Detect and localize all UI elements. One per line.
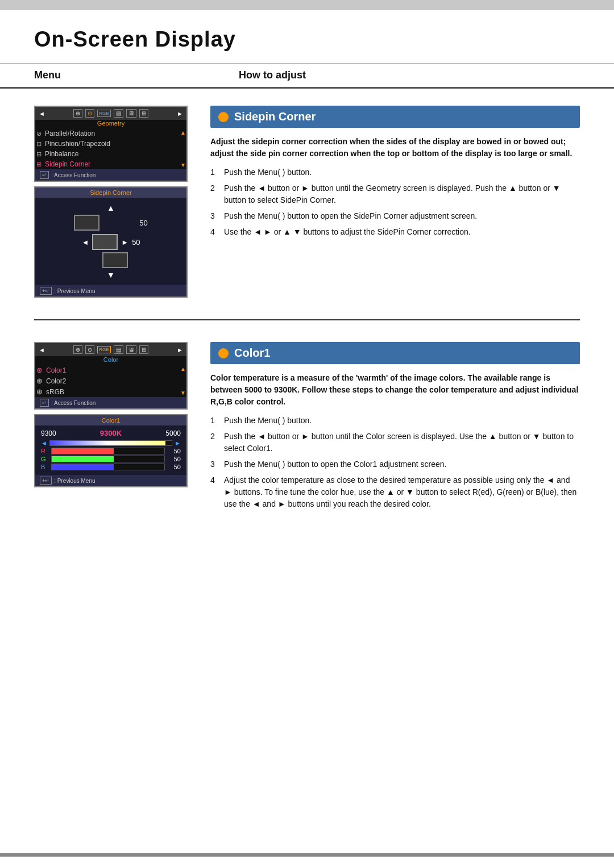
move-icon: ⊕ xyxy=(73,109,82,118)
sidepin-dot xyxy=(218,112,229,122)
r-label: R xyxy=(41,448,49,454)
sidepin-right-arrow: ► xyxy=(121,238,128,247)
menu-column-header: Menu xyxy=(34,69,216,81)
sidepin-label: Sidepin Corner xyxy=(45,160,90,168)
color1-step-3: 3 Push the Menu( ) button to open the Co… xyxy=(210,458,580,470)
prev-icon: +↵ xyxy=(40,287,52,295)
osd-item-pincushion: ⊡ Pincushion/Trapezoid xyxy=(35,139,180,149)
color-scroll-col: ▲ ▼ xyxy=(180,365,186,397)
color1-circle-icon: ⊛ xyxy=(36,366,43,374)
g-label: G xyxy=(41,456,49,462)
grid-icon: ⊞ xyxy=(139,109,148,118)
sidepin-header: Sidepin Corner xyxy=(210,106,580,128)
sidepin-bottom-arrow: ▼ xyxy=(107,270,115,279)
color1-step-num-3: 3 xyxy=(210,458,219,470)
page-wrapper: On-Screen Display Menu How to adjust ◄ ⊕… xyxy=(0,0,614,868)
step-num-1: 1 xyxy=(210,166,219,178)
color1-prev-label: : Previous Menu xyxy=(54,478,95,484)
monitor-icon: 🖥 xyxy=(126,109,136,118)
color-item-color1: ⊛ Color1 xyxy=(35,365,180,375)
color1-header: Color1 xyxy=(210,342,580,364)
r-bar-row: R 50 xyxy=(41,448,181,454)
osd-item-sidepin: ⊞ Sidepin Corner xyxy=(35,159,180,169)
step-num-2: 2 xyxy=(210,182,219,206)
color1-instructions: Color1 Color temperature is a measure of… xyxy=(210,342,580,514)
sidepin-osd-column: ◄ ⊕ ⊙ RGB ▤ 🖥 ⊞ ► Geometry ⊘ xyxy=(34,106,193,298)
sidepin-main-menu: ◄ ⊕ ⊙ RGB ▤ 🖥 ⊞ ► Geometry ⊘ xyxy=(34,106,188,182)
osd-top-bar: ◄ ⊕ ⊙ RGB ▤ 🖥 ⊞ ► xyxy=(35,107,186,120)
color1-dot xyxy=(218,348,229,358)
sidepin-top-arrow: ▲ xyxy=(107,203,115,212)
pinbalance-icon: ⊟ xyxy=(36,151,42,158)
temp-slider-row: ◄ ► xyxy=(41,440,181,446)
color-nav-right-icon: ► xyxy=(177,347,183,353)
color-bars-icon: ▤ xyxy=(114,345,123,354)
sidepin-val2: 50 xyxy=(132,238,140,247)
color1-step-text-2: Push the ◄ button or ► button until the … xyxy=(224,431,580,454)
color-nav-left-icon: ◄ xyxy=(39,347,45,353)
sidepin-icon: ⊞ xyxy=(36,161,42,168)
pincushion-label: Pincushion/Trapezoid xyxy=(45,140,110,148)
bottom-bar xyxy=(0,853,614,857)
scroll-up-icon: ▲ xyxy=(180,130,186,136)
sidepin-sub-menu: Sidepin Corner ▲ 50 xyxy=(34,186,188,298)
color-osd-icons: ⊕ ⊙ RGB ▤ 🖥 ⊞ xyxy=(73,345,148,354)
color1-step-num-4: 4 xyxy=(210,474,219,510)
color1-step-num-1: 1 xyxy=(210,415,219,427)
g-bar-row: G 50 xyxy=(41,456,181,462)
color1-prev-menu: +↵ : Previous Menu xyxy=(35,475,186,486)
color1-step-1: 1 Push the Menu( ) button. xyxy=(210,415,580,427)
temp-arrow-right: ► xyxy=(175,440,181,446)
b-value: 50 xyxy=(167,464,181,470)
sidepin-step-2: 2 Push the ◄ button or ► button until th… xyxy=(210,182,580,206)
srgb-circle-icon: ⊛ xyxy=(36,387,43,396)
color1-step-text-4: Adjust the color temperature as close to… xyxy=(224,474,580,510)
prev-label: : Previous Menu xyxy=(54,288,95,294)
color1-header-text: Color1 xyxy=(234,347,270,360)
step-text-1: Push the Menu( ) button. xyxy=(224,166,312,178)
color1-label: Color1 xyxy=(46,366,66,374)
sidepin-diagram: ▲ 50 ◄ ► 50 xyxy=(35,198,186,285)
parallel-label: Parallel/Rotation xyxy=(45,130,95,137)
color1-sub-title: Color1 xyxy=(35,415,186,425)
title-section: On-Screen Display xyxy=(0,10,614,63)
osd-icons: ⊕ ⊙ RGB ▤ 🖥 ⊞ xyxy=(73,109,148,118)
color1-step-num-2: 2 xyxy=(210,431,219,454)
b-label: B xyxy=(41,464,49,470)
color-rgb-icon: RGB xyxy=(97,346,110,353)
color2-label: Color2 xyxy=(46,377,66,385)
sidepin-header-text: Sidepin Corner xyxy=(234,110,316,123)
color-move-icon: ⊕ xyxy=(73,345,82,354)
color-items-area: ⊛ Color1 ⊛ Color2 ⊛ sRGB xyxy=(35,365,180,397)
osd-color-label: Color xyxy=(35,356,186,365)
sidepin-steps: 1 Push the Menu( ) button. 2 Push the ◄ … xyxy=(210,166,580,238)
color1-intro: Color temperature is a measure of the 'w… xyxy=(210,372,580,408)
column-headers: Menu How to adjust xyxy=(0,63,614,89)
color2-circle-icon: ⊛ xyxy=(36,377,43,385)
rgb-icon: RGB xyxy=(97,110,110,117)
r-value: 50 xyxy=(167,448,181,454)
color1-body: 9300 9300K 5000 ◄ ► R xyxy=(35,425,186,475)
prev-menu-bar: +↵ : Previous Menu xyxy=(35,285,186,297)
color-menu-row: ⊛ Color1 ⊛ Color2 ⊛ sRGB ▲ xyxy=(35,365,186,397)
bars-icon: ▤ xyxy=(114,109,123,118)
pinbalance-label: Pinbalance xyxy=(45,150,78,158)
osd-item-parallel: ⊘ Parallel/Rotation xyxy=(35,128,180,139)
geometry-icon: ⊙ xyxy=(85,109,94,118)
color1-step-2: 2 Push the ◄ button or ► button until th… xyxy=(210,431,580,454)
color1-sub-menu: Color1 9300 9300K 5000 ◄ ► xyxy=(34,414,188,487)
color-main-menu: ◄ ⊕ ⊙ RGB ▤ 🖥 ⊞ ► Color ⊛ xyxy=(34,342,188,410)
color-scroll-up-icon: ▲ xyxy=(180,366,186,372)
access-label: : Access Function xyxy=(51,172,96,178)
osd-menu-row: ⊘ Parallel/Rotation ⊡ Pincushion/Trapezo… xyxy=(35,128,186,169)
osd-geometry-label: Geometry xyxy=(35,120,186,128)
sidepin-sub-title: Sidepin Corner xyxy=(35,187,186,198)
page-title: On-Screen Display xyxy=(34,27,580,52)
osd-items-area: ⊘ Parallel/Rotation ⊡ Pincushion/Trapezo… xyxy=(35,128,180,169)
nav-right-icon: ► xyxy=(177,110,183,117)
osd-item-pinbalance: ⊟ Pinbalance xyxy=(35,149,180,159)
color1-prev-icon: +↵ xyxy=(40,477,52,485)
color-access-bar: ↵ : Access Function xyxy=(35,397,186,408)
section-divider xyxy=(34,319,580,320)
color1-step-4: 4 Adjust the color temperature as close … xyxy=(210,474,580,510)
